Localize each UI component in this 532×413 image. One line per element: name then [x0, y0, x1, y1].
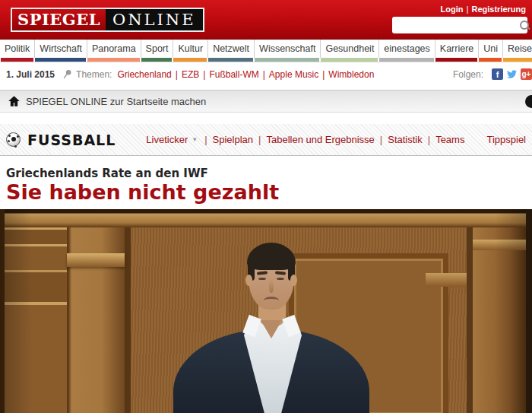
section-link-tippspiel[interactable]: Tippspiel: [486, 134, 526, 145]
nav-color-strip: [35, 58, 86, 62]
section-separator: |: [380, 134, 382, 145]
section-link-liveticker[interactable]: Liveticker: [146, 134, 188, 145]
wood-top-rail: [0, 209, 532, 227]
nav-item-kultur[interactable]: Kultur: [173, 40, 207, 62]
twitter-icon[interactable]: [506, 68, 518, 80]
googleplus-icon[interactable]: g+: [521, 68, 532, 80]
person-nose: [269, 279, 274, 293]
topic-separator: |: [263, 69, 265, 80]
auth-separator: |: [466, 5, 468, 14]
nav-item-label: Wirtschaft: [34, 40, 87, 58]
nav-item-wirtschaft[interactable]: Wirtschaft: [34, 40, 87, 62]
person-head: [247, 243, 296, 310]
section-separator: |: [258, 134, 261, 145]
topic-link-wimbledon[interactable]: Wimbledon: [328, 69, 374, 80]
nav-item-karriere[interactable]: Karriere: [435, 40, 478, 62]
logo-spiegel-text: SPIEGEL: [12, 9, 106, 30]
wood-seam: [125, 227, 131, 413]
topic-link-apple-music[interactable]: Apple Music: [269, 69, 318, 80]
startpage-banner[interactable]: SPIEGEL ONLINE zur Startseite machen: [0, 90, 532, 113]
pin-icon: [62, 68, 72, 80]
wood-step: [0, 270, 67, 302]
follow-links: Folgen: f g+: [453, 68, 526, 80]
wood-step: [0, 302, 67, 413]
article-headline: Sie haben nicht gezahlt: [6, 181, 526, 204]
nav-item-label: Reise: [502, 40, 532, 58]
nav-color-strip: [1, 58, 33, 62]
register-link[interactable]: Registrierung: [471, 5, 526, 14]
topic-link-fussball-wm[interactable]: Fußball-WM: [209, 69, 258, 80]
topics-bar: 1. Juli 2015 Themen: Griechenland | EZB …: [0, 62, 532, 86]
wood-step: [0, 227, 67, 244]
nav-color-strip: [321, 58, 378, 62]
search-icon[interactable]: [519, 20, 524, 30]
wood-molding-right-top: [473, 240, 526, 250]
nav-item-label: Karriere: [435, 40, 478, 58]
current-date: 1. Juli 2015: [6, 69, 55, 80]
wood-left-steps: [0, 227, 67, 413]
topic-separator: |: [322, 69, 325, 80]
person-ear: [290, 275, 297, 286]
nav-item-panorama[interactable]: Panorama: [87, 40, 141, 62]
section-link-teams[interactable]: Teams: [435, 134, 464, 145]
article-header: Griechenlands Rate an den IWF Sie haben …: [0, 156, 532, 204]
nav-item-label: Uni: [478, 40, 502, 58]
nav-item-reise[interactable]: Reise: [502, 40, 532, 62]
nav-color-strip: [141, 58, 173, 62]
follow-label: Folgen:: [453, 69, 483, 80]
section-link-spielplan[interactable]: Spielplan: [213, 134, 254, 145]
wood-seam: [467, 227, 473, 413]
wood-left-edge: [0, 209, 5, 413]
chevron-down-icon[interactable]: ▼: [192, 136, 198, 143]
topic-link-ezb[interactable]: EZB: [182, 69, 199, 80]
article-kicker: Griechenlands Rate an den IWF: [6, 167, 526, 180]
person-ear: [245, 275, 252, 286]
nav-item-netzwelt[interactable]: Netzwelt: [207, 40, 254, 62]
auth-links: Login|Registrierung: [440, 5, 526, 14]
nav-item-politik[interactable]: Politik: [0, 40, 34, 62]
themes-label: Themen:: [76, 69, 112, 80]
nav-color-strip: [479, 58, 502, 62]
nav-item-gesundheit[interactable]: Gesundheit: [320, 40, 378, 62]
nav-item-label: Gesundheit: [320, 40, 378, 58]
nav-color-strip: [173, 58, 207, 62]
nav-color-strip: [379, 58, 433, 62]
nav-item-label: Wissenschaft: [254, 40, 320, 58]
login-link[interactable]: Login: [440, 5, 463, 14]
person-frowning-mouth: [264, 297, 279, 304]
nav-item-label: Sport: [141, 40, 173, 58]
nav-item-uni[interactable]: Uni: [478, 40, 502, 62]
facebook-icon[interactable]: f: [492, 68, 503, 80]
topic-separator: |: [203, 69, 205, 80]
nav-item-label: Netzwelt: [207, 40, 254, 58]
nav-item-wissenschaft[interactable]: Wissenschaft: [254, 40, 320, 62]
home-icon: [8, 95, 21, 107]
nav-item-label: Politik: [0, 40, 34, 58]
nav-color-strip: [503, 58, 532, 62]
nav-color-strip: [87, 58, 140, 62]
nav-color-strip: [435, 58, 477, 62]
section-link-statistik[interactable]: Statistik: [388, 134, 423, 145]
wood-right-edge: [526, 209, 532, 413]
person-eye: [277, 278, 284, 280]
nav-item-label: Kultur: [173, 40, 207, 58]
section-links: Liveticker ▼ | Spielplan | Tabellen und …: [146, 134, 464, 145]
search-box: [392, 17, 527, 33]
nav-item-label: Panorama: [87, 40, 141, 58]
search-input[interactable]: [392, 18, 519, 32]
section-link-tabellen-ergebnisse[interactable]: Tabellen und Ergebnisse: [266, 134, 374, 145]
nav-item-einestages[interactable]: einestages: [378, 40, 434, 62]
section-title: FUSSBALL: [27, 132, 116, 148]
logo-online-text: ONLINE: [106, 9, 203, 30]
spiegel-online-page: SPIEGEL ONLINE Login|Registrierung Polit…: [0, 0, 532, 413]
wood-pilaster-right: [473, 227, 526, 413]
close-button[interactable]: [525, 95, 532, 108]
person-eye: [258, 278, 266, 280]
nav-item-sport[interactable]: Sport: [141, 40, 173, 62]
nav-color-strip: [208, 58, 253, 62]
soccer-ball-icon: [6, 132, 21, 147]
nav-item-label: einestages: [378, 40, 434, 58]
topic-link-griechenland[interactable]: Griechenland: [117, 69, 171, 80]
wood-molding-left: [67, 253, 125, 267]
spiegel-online-logo[interactable]: SPIEGEL ONLINE: [11, 8, 204, 32]
